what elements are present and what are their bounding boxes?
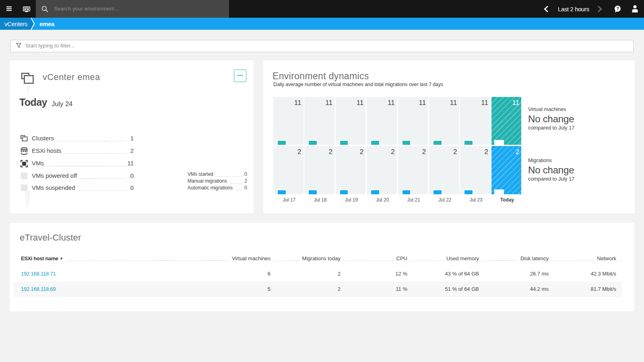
svg-text:?: ? [616,6,619,11]
